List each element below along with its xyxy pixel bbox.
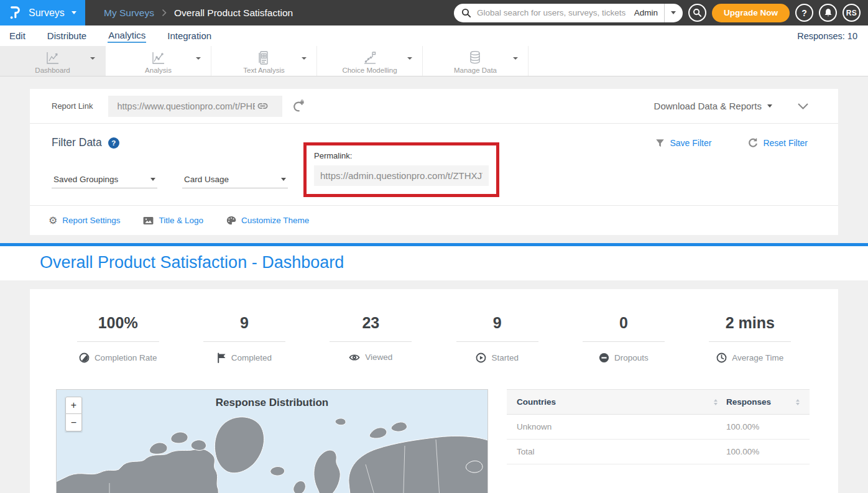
tab-analysis[interactable]: Analysis [106, 46, 211, 76]
stat-label: Completed [231, 353, 272, 362]
tab-label: Dashboard [35, 67, 70, 74]
product-switcher[interactable]: Surveys [0, 0, 85, 25]
divider [203, 341, 285, 342]
divider [709, 341, 791, 342]
download-label: Download Data & Reports [654, 101, 762, 111]
nav-integration[interactable]: Integration [167, 30, 212, 42]
database-icon [467, 50, 483, 66]
title-logo-button[interactable]: Title & Logo [143, 216, 203, 225]
tab-manage-data[interactable]: Manage Data [423, 46, 529, 76]
nav-edit[interactable]: Edit [9, 30, 26, 42]
collapse-panel-chevron-icon[interactable] [797, 103, 809, 110]
zoom-in-button[interactable]: + [65, 397, 82, 414]
report-settings-label: Report Settings [62, 216, 120, 225]
divider [583, 341, 665, 342]
breadcrumb-my-surveys[interactable]: My Surveys [104, 7, 154, 19]
survey-nav: Edit Distribute Analytics Integration Re… [0, 25, 868, 46]
stats-row: 100% Completion Rate 9 Completed [55, 314, 813, 363]
stat-value: 0 [619, 314, 628, 332]
download-data-reports-button[interactable]: Download Data & Reports [654, 101, 772, 111]
chevron-down-icon [407, 57, 412, 70]
report-link-label: Report Link [52, 101, 93, 111]
stat-completion-rate: 100% Completion Rate [55, 314, 181, 363]
tab-manage-data-menu[interactable] [513, 60, 518, 71]
sort-countries-header[interactable]: Countries [517, 397, 726, 407]
tab-dashboard[interactable]: Dashboard [0, 46, 106, 76]
tab-label: Text Analysis [243, 67, 284, 74]
permalink-input[interactable] [314, 165, 489, 186]
tab-choice-modelling-menu[interactable] [407, 60, 412, 71]
breadcrumb: My Surveys Overall Product Satisfaction [104, 7, 293, 19]
avatar[interactable]: RS [843, 4, 861, 22]
minus-circle-icon [599, 352, 609, 363]
chevron-down-icon [671, 11, 676, 14]
permalink-label: Permalink: [314, 151, 489, 160]
tab-dashboard-menu[interactable] [90, 60, 95, 71]
customize-theme-button[interactable]: Customize Theme [226, 216, 309, 226]
stat-label: Dropouts [614, 353, 649, 362]
tab-text-analysis[interactable]: Text Analysis [211, 46, 317, 76]
reset-filter-button[interactable]: Reset Filter [747, 137, 808, 148]
document-grid-icon [256, 50, 272, 66]
map-zoom-controls: + − [65, 397, 82, 431]
line-chart-icon [44, 50, 60, 66]
clock-icon [716, 352, 727, 363]
stat-value: 2 mins [726, 314, 775, 332]
globe-lock-icon[interactable] [293, 99, 305, 113]
nav-analytics[interactable]: Analytics [108, 29, 146, 43]
sort-icon [714, 399, 718, 405]
tab-label: Analysis [145, 67, 172, 74]
filter-help-icon[interactable]: ? [108, 137, 119, 149]
responses-cell: 100.00% [726, 422, 800, 431]
filter-data-section: Filter Data ? Save Filter [30, 124, 838, 206]
saved-groupings-dropdown[interactable]: Saved Groupings [52, 171, 157, 188]
report-link-input[interactable] [116, 101, 256, 112]
filter-data-title: Filter Data [52, 136, 102, 149]
save-filter-button[interactable]: Save Filter [655, 137, 712, 148]
chevron-down-icon [150, 178, 155, 181]
stat-value: 9 [493, 314, 502, 332]
report-link-field [108, 96, 282, 117]
page: Surveys My Surveys Overall Product Satis… [0, 0, 868, 493]
chevron-down-icon [72, 11, 76, 14]
search-icon [461, 8, 471, 18]
nav-distribute[interactable]: Distribute [47, 30, 87, 42]
analysis-chart-icon [150, 50, 166, 66]
sort-responses-header[interactable]: Responses [726, 397, 800, 407]
help-button[interactable]: ? [795, 4, 813, 22]
card-usage-dropdown[interactable]: Card Usage [182, 171, 288, 188]
search-button[interactable] [688, 4, 706, 22]
tab-text-analysis-menu[interactable] [302, 60, 307, 71]
tab-analysis-menu[interactable] [196, 60, 201, 71]
chevron-right-icon [162, 9, 167, 17]
report-row-actions: Download Data & Reports [654, 101, 816, 111]
header-actions: Admin Upgrade Now ? RS [454, 4, 868, 22]
link-icon[interactable] [256, 101, 269, 111]
play-circle-icon [476, 352, 486, 363]
countries-column-label: Countries [517, 397, 556, 407]
stat-completed: 9 Completed [181, 314, 307, 363]
bell-icon [823, 7, 833, 18]
dashboard-card: 100% Completion Rate 9 Completed [30, 289, 838, 493]
half-circle-icon [79, 352, 90, 363]
upgrade-now-button[interactable]: Upgrade Now [712, 4, 790, 22]
dashboard-bottom-row: Response Distribution + − Countries Resp… [55, 389, 813, 493]
report-settings-button[interactable]: ⚙ Report Settings [48, 216, 120, 226]
responses-column-label: Responses [726, 397, 771, 407]
notifications-button[interactable] [819, 4, 837, 22]
chevron-down-icon [767, 104, 772, 108]
map-title: Response Distribution [57, 397, 487, 409]
chevron-down-icon [513, 57, 518, 70]
chevron-down-icon [90, 57, 95, 70]
search-scope-dropdown[interactable] [664, 4, 683, 22]
global-search-input[interactable] [476, 7, 632, 18]
divider [456, 341, 538, 342]
response-distribution-map[interactable]: Response Distribution + − [56, 389, 488, 493]
breadcrumb-current: Overall Product Satisfaction [174, 7, 293, 19]
customize-theme-label: Customize Theme [241, 216, 309, 225]
analytics-tabstrip: Dashboard Analysis [0, 46, 868, 76]
tab-choice-modelling[interactable]: Choice Modelling [317, 46, 423, 76]
title-logo-label: Title & Logo [159, 216, 203, 225]
stat-value: 100% [98, 314, 138, 332]
zoom-out-button[interactable]: − [65, 414, 82, 431]
